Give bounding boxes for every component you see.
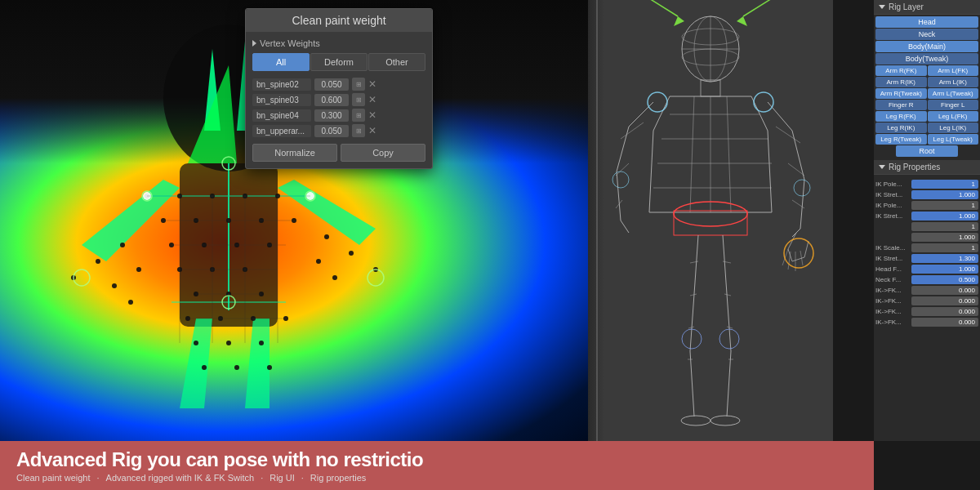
weight-remove-3[interactable]: ✕ — [368, 125, 376, 136]
weight-row: bn_upperar... 0.050 ⊞ ✕ — [252, 124, 425, 137]
rig-props-triangle-icon — [879, 165, 885, 169]
prop-label-1: IK Stret... — [875, 191, 910, 198]
rig-btn-leg-ltweak[interactable]: Leg L(Tweak) — [928, 134, 979, 145]
rig-layer-triangle-icon — [879, 5, 885, 9]
weight-icon-0[interactable]: ⊞ — [352, 78, 365, 91]
prop-row-1: IK Stret... 1.000 — [875, 190, 978, 199]
banner-feature-0: Clean paint weight — [16, 473, 91, 483]
prop-label-0: IK Pole... — [875, 180, 910, 188]
prop-value-7[interactable]: 1.300 — [911, 254, 978, 263]
rig-btn-leg-rfk[interactable]: Leg R(FK) — [875, 111, 927, 122]
rig-btn-leg-rik[interactable]: Leg R(IK) — [875, 122, 927, 133]
rig-btn-arm-ltweak[interactable]: Arm L(Tweak) — [928, 88, 979, 99]
weight-remove-2[interactable]: ✕ — [368, 109, 376, 121]
rig-pair-row-6: Leg R(Tweak) Leg L(Tweak) — [875, 134, 978, 145]
prop-value-5[interactable]: 1.000 — [911, 233, 978, 242]
prop-label-13: IK->FK... — [875, 318, 910, 326]
dialog-title: Clean paint weight — [246, 9, 432, 32]
prop-row-8: Head F... 1.000 — [875, 265, 978, 274]
rig-btn-body-tweak[interactable]: Body(Tweak) — [875, 53, 978, 65]
rig-btn-body-main[interactable]: Body(Main) — [875, 41, 978, 52]
prop-row-6: IK Scale... 1 — [875, 243, 978, 252]
rig-btn-finger-r[interactable]: Finger R — [875, 100, 927, 110]
rig-btn-root[interactable]: Root — [896, 145, 958, 157]
prop-value-1[interactable]: 1.000 — [911, 190, 978, 199]
weight-row: bn_spine04 0.300 ⊞ ✕ — [252, 109, 425, 122]
prop-row-10: IK->FK... 0.000 — [875, 286, 978, 295]
prop-label-11: IK->FK... — [875, 297, 910, 305]
copy-button[interactable]: Copy — [341, 144, 425, 162]
prop-row-3: IK Stret... 1.000 — [875, 212, 978, 220]
rig-btn-arm-lfk[interactable]: Arm L(FK) — [928, 65, 979, 76]
rig-pair-row-0: Arm R(FK) Arm L(FK) — [875, 65, 978, 76]
rig-btn-leg-lfk[interactable]: Leg L(FK) — [928, 111, 979, 122]
section-label: Vertex Weights — [260, 38, 320, 48]
rig-layer-section: Head Neck Body(Main) Body(Tweak) Arm R(F… — [874, 15, 980, 160]
main-container: Clean paint weight Vertex Weights All De… — [0, 0, 980, 490]
prop-value-13[interactable]: 0.000 — [911, 318, 978, 327]
weight-icon-2[interactable]: ⊞ — [352, 109, 365, 122]
right-panel: Rig Layer Head Neck Body(Main) Body(Twea… — [874, 0, 980, 441]
weight-icon-1[interactable]: ⊞ — [352, 93, 365, 106]
prop-value-0[interactable]: 1 — [911, 180, 978, 189]
weight-remove-1[interactable]: ✕ — [368, 94, 376, 105]
weight-icon-3[interactable]: ⊞ — [352, 124, 365, 137]
dot-1: · — [261, 473, 263, 483]
prop-row-7: IK Stret... 1.300 — [875, 254, 978, 263]
dialog-body: Vertex Weights All Deform Other bn_spine… — [246, 32, 432, 168]
rig-btn-arm-rik[interactable]: Arm R(IK) — [875, 77, 927, 87]
rig-btn-arm-lik[interactable]: Arm L(IK) — [928, 77, 979, 87]
prop-value-11[interactable]: 0.000 — [911, 296, 978, 305]
banner-feature-1: Advanced rigged with IK & FK Switch — [106, 473, 255, 483]
prop-value-2[interactable]: 1 — [911, 201, 978, 210]
normalize-button[interactable]: Normalize — [252, 144, 337, 162]
prop-label-6: IK Scale... — [875, 244, 910, 252]
right-figure-svg — [596, 0, 833, 441]
svg-rect-71 — [596, 0, 833, 441]
weight-value-2: 0.300 — [314, 109, 349, 122]
rig-btn-arm-rtweak[interactable]: Arm R(Tweak) — [875, 88, 927, 99]
prop-row-12: IK->FK... 0.000 — [875, 307, 978, 316]
prop-value-8[interactable]: 1.000 — [911, 265, 978, 274]
viewport-right — [596, 0, 833, 441]
rig-btn-leg-lik[interactable]: Leg L(IK) — [928, 122, 979, 133]
dot-2: · — [301, 473, 304, 483]
weight-value-0: 0.050 — [314, 78, 349, 91]
prop-label-2: IK Pole... — [875, 202, 910, 209]
rig-props-title: Rig Properties — [889, 163, 940, 172]
weight-value-1: 0.600 — [314, 94, 349, 106]
prop-row-9: Neck F... 0.500 — [875, 275, 978, 284]
bone-name-3: bn_upperar... — [252, 125, 311, 137]
weight-remove-0[interactable]: ✕ — [368, 78, 376, 90]
banner-feature-2: Rig UI — [270, 473, 295, 483]
filter-buttons: All Deform Other — [252, 53, 425, 71]
prop-label-9: Neck F... — [875, 276, 910, 283]
rig-btn-arm-rfk[interactable]: Arm R(FK) — [875, 65, 927, 76]
rig-layer-title: Rig Layer — [889, 2, 924, 11]
banner-feature-3: Rig properties — [310, 473, 366, 483]
filter-all-button[interactable]: All — [252, 53, 310, 71]
filter-deform-button[interactable]: Deform — [310, 53, 368, 71]
prop-value-12[interactable]: 0.000 — [911, 307, 978, 316]
separator-line — [596, 0, 598, 441]
prop-value-3[interactable]: 1.000 — [911, 212, 978, 220]
filter-other-button[interactable]: Other — [368, 53, 425, 71]
rig-btn-neck[interactable]: Neck — [875, 29, 978, 40]
section-triangle-icon — [252, 40, 256, 47]
rig-props-section: IK Pole... 1 IK Stret... 1.000 IK Pole..… — [874, 178, 980, 330]
rig-pair-row-3: Finger R Finger L — [875, 100, 978, 110]
prop-label-10: IK->FK... — [875, 287, 910, 294]
prop-value-10[interactable]: 0.000 — [911, 286, 978, 295]
rig-layer-header: Rig Layer — [874, 0, 980, 15]
prop-label-8: Head F... — [875, 265, 910, 273]
rig-pair-row-1: Arm R(IK) Arm L(IK) — [875, 77, 978, 87]
rig-btn-leg-rtweak[interactable]: Leg R(Tweak) — [875, 134, 927, 145]
banner-title: Advanced Rig you can pose with no restri… — [16, 448, 858, 472]
rig-btn-head[interactable]: Head — [875, 16, 978, 28]
section-header: Vertex Weights — [252, 38, 425, 48]
rig-pair-row-4: Leg R(FK) Leg L(FK) — [875, 111, 978, 122]
rig-btn-finger-l[interactable]: Finger L — [928, 100, 979, 110]
prop-value-6[interactable]: 1 — [911, 243, 978, 252]
prop-value-4[interactable]: 1 — [911, 222, 978, 231]
prop-value-9[interactable]: 0.500 — [911, 275, 978, 284]
